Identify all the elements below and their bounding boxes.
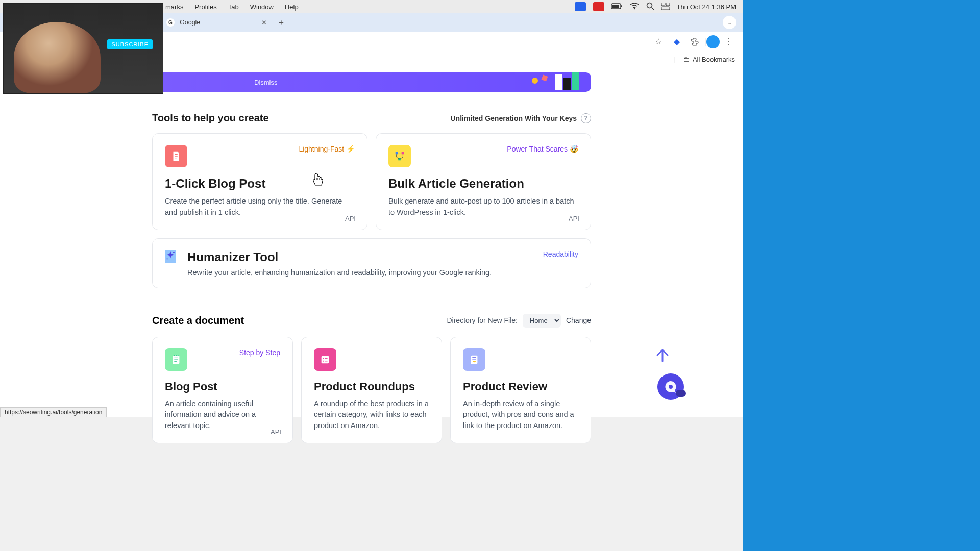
all-bookmarks-label: All Bookmarks — [693, 56, 735, 63]
svg-rect-1 — [612, 5, 619, 8]
menu-profiles[interactable]: Profiles — [194, 3, 216, 11]
card-title: Bulk Article Generation — [388, 177, 578, 191]
chat-badge-icon — [676, 390, 686, 397]
unlimited-label: Unlimited Generation With Your Keys — [450, 114, 577, 122]
document-icon — [165, 145, 187, 167]
workflow-icon — [388, 145, 411, 167]
card-humanizer[interactable]: Humanizer Tool Rewrite your article, enh… — [152, 238, 591, 288]
battery-icon — [611, 3, 623, 11]
svg-rect-2 — [621, 5, 622, 7]
card-product-roundups[interactable]: Product Roundups A roundup of the best p… — [301, 337, 442, 443]
dir-select[interactable]: Home — [523, 314, 561, 328]
svg-point-24 — [669, 385, 673, 389]
wifi-icon[interactable] — [630, 3, 639, 11]
card-desc: An article containing useful information… — [165, 398, 280, 432]
card-product-review[interactable]: Product Review An in-depth review of a s… — [450, 337, 591, 443]
svg-line-5 — [651, 7, 654, 10]
card-tag: Step by Step — [239, 348, 280, 357]
browser-status-bar: https://seowriting.ai/tools/generation — [0, 407, 107, 417]
card-tag: Lightning-Fast ⚡ — [299, 145, 355, 153]
menu-bookmarks[interactable]: marks — [165, 3, 183, 11]
svg-rect-14 — [396, 152, 398, 155]
card-title: Product Roundups — [314, 380, 429, 393]
menu-window[interactable]: Window — [250, 3, 274, 11]
card-desc: Rewrite your article, enhancing humaniza… — [187, 268, 492, 277]
webcam-overlay: SUBSCRIBE — [3, 3, 163, 94]
sparkle-icon — [165, 250, 176, 263]
new-tab-button[interactable]: ＋ — [277, 17, 285, 28]
api-badge: API — [569, 215, 579, 222]
list-icon — [314, 348, 336, 371]
extension-icon-blue[interactable]: ◆ — [671, 36, 683, 48]
subscribe-sign: SUBSCRIBE — [107, 39, 153, 49]
tab-close-button[interactable]: ✕ — [261, 19, 267, 27]
svg-point-21 — [323, 358, 324, 359]
svg-rect-13 — [542, 75, 548, 82]
promo-banner: Dismiss — [152, 72, 591, 92]
svg-point-22 — [323, 360, 324, 361]
search-icon[interactable] — [646, 2, 654, 12]
svg-point-18 — [166, 258, 167, 259]
tools-heading: Tools to help you create — [152, 112, 269, 124]
card-desc: Create the perfect article using only th… — [165, 196, 355, 218]
extensions-puzzle-icon[interactable] — [689, 36, 701, 48]
promo-illustration — [525, 70, 586, 94]
control-center-icon[interactable] — [662, 3, 670, 11]
card-desc: An in-depth review of a single product, … — [463, 398, 578, 432]
svg-rect-10 — [564, 78, 571, 90]
svg-rect-7 — [666, 3, 670, 6]
chat-widget-button[interactable] — [657, 373, 684, 400]
right-blue-region — [743, 0, 980, 551]
tabs-dropdown-button[interactable]: ⌄ — [723, 16, 736, 29]
svg-point-3 — [633, 8, 634, 9]
card-title: Blog Post — [165, 380, 280, 393]
review-icon — [463, 348, 485, 371]
presenter-silhouette — [14, 22, 101, 93]
svg-rect-11 — [572, 72, 579, 90]
api-badge: API — [271, 428, 281, 436]
menu-tab[interactable]: Tab — [228, 3, 239, 11]
kebab-menu-icon[interactable]: ⋮ — [723, 36, 735, 48]
svg-rect-8 — [662, 7, 670, 10]
svg-rect-20 — [322, 356, 329, 363]
create-heading: Create a document — [152, 315, 244, 327]
google-favicon-icon: G — [166, 18, 175, 27]
tab-title: Google — [180, 19, 200, 26]
menubar-app-icon-1[interactable] — [575, 2, 586, 11]
card-title: 1-Click Blog Post — [165, 177, 355, 191]
svg-rect-23 — [471, 355, 478, 364]
svg-rect-6 — [662, 3, 665, 6]
svg-point-12 — [532, 78, 538, 84]
menubar-clock[interactable]: Thu Oct 24 1:36 PM — [677, 3, 736, 11]
svg-point-17 — [173, 252, 175, 253]
card-blog-post[interactable]: Step by Step Blog Post An article contai… — [152, 337, 293, 443]
profile-avatar[interactable] — [706, 35, 720, 48]
bookmark-star-icon[interactable]: ☆ — [652, 36, 665, 48]
card-title: Humanizer Tool — [187, 250, 492, 264]
dir-label: Directory for New File: — [447, 316, 517, 324]
promo-dismiss-link[interactable]: Dismiss — [254, 79, 278, 86]
card-desc: A roundup of the best products in a cert… — [314, 398, 429, 432]
card-tag: Power That Scares 🤯 — [507, 145, 578, 153]
svg-rect-9 — [555, 74, 562, 90]
browser-tab-google[interactable]: G Google ✕ — [163, 14, 272, 31]
api-badge: API — [345, 215, 356, 222]
dir-change-link[interactable]: Change — [566, 316, 591, 324]
menu-help[interactable]: Help — [285, 3, 299, 11]
card-title: Product Review — [463, 380, 578, 393]
menubar-app-icon-2[interactable] — [593, 2, 604, 11]
scroll-to-top-button[interactable] — [651, 344, 674, 366]
svg-point-4 — [647, 3, 652, 8]
svg-rect-15 — [402, 152, 404, 155]
all-bookmarks-button[interactable]: 🗀 All Bookmarks — [683, 56, 735, 63]
notepad-icon — [165, 348, 187, 371]
card-1click-blog-post[interactable]: Lightning-Fast ⚡ 1-Click Blog Post Creat… — [152, 133, 368, 230]
card-tag: Readability — [543, 250, 578, 258]
help-icon[interactable]: ? — [581, 113, 591, 123]
card-bulk-article[interactable]: Power That Scares 🤯 Bulk Article Generat… — [376, 133, 591, 230]
card-desc: Bulk generate and auto-post up to 100 ar… — [388, 196, 578, 218]
folder-icon: 🗀 — [683, 56, 690, 63]
